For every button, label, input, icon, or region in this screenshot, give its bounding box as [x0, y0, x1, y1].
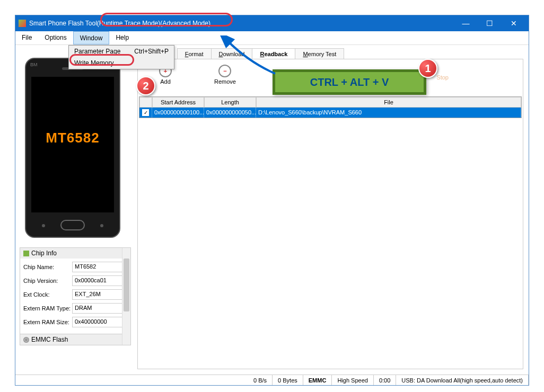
button-label: Remove [214, 78, 236, 85]
extern-ram-type-label: Extern RAM Type: [23, 305, 72, 311]
chip-version-label: Chip Version: [23, 278, 72, 284]
emmc-flash-title: EMMC Flash [31, 336, 68, 343]
annotation-badge-2: 2 [136, 76, 155, 95]
title-bar: Smart Phone Flash Tool(Runtime Trace Mod… [15, 15, 529, 31]
checkbox-checked-icon[interactable]: ✓ [142, 109, 149, 116]
annotation-shortcut-callout: CTRL + ALT + V [273, 69, 426, 95]
chip-version-value: 0x0000ca01 [72, 275, 127, 286]
column-checkbox[interactable] [139, 97, 152, 108]
menu-file[interactable]: File [15, 31, 38, 44]
annotation-badge-1: 1 [418, 59, 437, 78]
dropdown-write-memory[interactable]: Write Memory [69, 57, 174, 69]
phone-back-button-icon [42, 224, 45, 227]
tab-memory-test[interactable]: Memory Test [295, 48, 344, 59]
chip-icon [23, 251, 29, 256]
emmc-flash-header[interactable]: EMMC Flash [20, 334, 130, 345]
column-file[interactable]: File [256, 97, 521, 108]
close-button[interactable]: ✕ [502, 15, 525, 31]
chip-info-panel: Chip Info Chip Name: MT6582 Chip Version… [20, 247, 131, 345]
status-speed-mode: High Speed [332, 375, 374, 385]
chip-name-value: MT6582 [72, 262, 127, 272]
cell-length: 0x000000000050... [204, 108, 256, 118]
phone-menu-button-icon [100, 224, 103, 227]
status-elapsed-time: 0:00 [374, 375, 396, 385]
cell-start-address: 0x000000000100... [152, 108, 204, 118]
app-icon [19, 20, 26, 27]
tab-readback[interactable]: Readback [252, 48, 295, 59]
chip-model-label: MT6582 [31, 130, 114, 146]
phone-preview: BM MT6582 [25, 58, 120, 238]
dropdown-item-label: Parameter Page [74, 48, 120, 55]
minus-icon: − [218, 65, 231, 77]
status-usb-mode: USB: DA Download All(high speed,auto det… [396, 375, 529, 385]
menu-options[interactable]: Options [38, 31, 73, 44]
maximize-button[interactable]: ☐ [478, 15, 502, 31]
cell-file-path: D:\Lenovo_S660\backup\NVRAM_S660 [256, 108, 521, 118]
tab-format[interactable]: Format [177, 48, 212, 59]
ext-clock-label: Ext Clock: [23, 291, 72, 298]
phone-home-button-icon [60, 220, 85, 230]
menu-bar: File Options Window Help [15, 31, 529, 45]
gear-icon [23, 337, 29, 343]
phone-screen: MT6582 [31, 77, 114, 212]
stop-button-disabled: Stop [436, 74, 449, 81]
chip-info-scrollbar[interactable] [122, 248, 130, 345]
table-row[interactable]: ✓ 0x000000000100... 0x000000000050... D:… [139, 108, 521, 118]
chip-info-title: Chip Info [31, 250, 57, 257]
tab-content-readback: + Add − Remove Read Back Stop Start Addr… [137, 59, 523, 369]
extern-ram-type-value: DRAM [72, 303, 127, 314]
row-checkbox-cell[interactable]: ✓ [139, 108, 152, 118]
readback-table: Start Address Length File ✓ 0x0000000001… [139, 96, 522, 118]
window-dropdown-menu: Parameter Page Ctrl+Shift+P Write Memory [68, 45, 174, 69]
table-header: Start Address Length File [139, 97, 521, 108]
status-storage-type: EMMC [303, 375, 332, 385]
dropdown-item-shortcut: Ctrl+Shift+P [134, 48, 169, 55]
column-length[interactable]: Length [204, 97, 256, 108]
scrollbar-thumb[interactable] [124, 259, 129, 311]
callout-text: CTRL + ALT + V [310, 76, 389, 88]
status-bar: 0 B/s 0 Bytes EMMC High Speed 0:00 USB: … [15, 375, 529, 385]
application-window: Smart Phone Flash Tool(Runtime Trace Mod… [15, 15, 529, 386]
extern-ram-size-label: Extern RAM Size: [23, 319, 72, 325]
button-label: Add [160, 78, 171, 85]
chip-name-label: Chip Name: [23, 264, 72, 270]
phone-brand-label: BM [30, 62, 38, 67]
remove-button[interactable]: − Remove [214, 65, 236, 85]
window-title: Smart Phone Flash Tool(Runtime Trace Mod… [29, 20, 454, 27]
menu-help[interactable]: Help [109, 31, 135, 44]
extern-ram-size-value: 0x40000000 [72, 317, 127, 327]
dropdown-item-label: Write Memory [74, 59, 113, 67]
dropdown-parameter-page[interactable]: Parameter Page Ctrl+Shift+P [69, 46, 174, 57]
ext-clock-value: EXT_26M [72, 289, 127, 300]
menu-window[interactable]: Window [73, 31, 110, 44]
status-transfer-speed: 0 B/s [248, 375, 273, 385]
minimize-button[interactable]: — [454, 15, 478, 31]
tab-download[interactable]: Download [211, 48, 253, 59]
status-bytes: 0 Bytes [273, 375, 303, 385]
column-start-address[interactable]: Start Address [152, 97, 204, 108]
chip-info-header[interactable]: Chip Info [20, 248, 130, 259]
